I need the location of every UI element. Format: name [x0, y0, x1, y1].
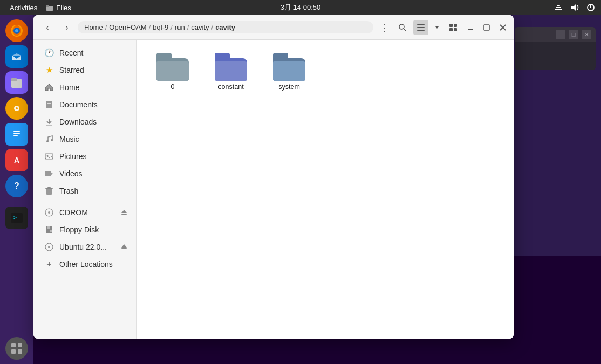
minimize-icon [467, 24, 474, 31]
sidebar-item-recent[interactable]: 🕐 Recent [36, 44, 134, 61]
svg-rect-30 [18, 349, 22, 354]
breadcrumb-home[interactable]: Home [84, 23, 103, 31]
dropdown-arrow-icon [434, 25, 440, 30]
svg-marker-54 [51, 172, 53, 175]
svg-marker-67 [121, 244, 127, 248]
main-content: 🕐 Recent ★ Starred Home Documents [33, 40, 514, 339]
sidebar-label-trash: Trash [59, 187, 78, 195]
svg-rect-40 [454, 28, 457, 31]
svg-rect-20 [13, 135, 18, 136]
sidebar: 🕐 Recent ★ Starred Home Documents [33, 40, 137, 339]
svg-rect-33 [417, 24, 425, 25]
ubuntu-eject-button[interactable] [118, 241, 130, 253]
svg-rect-64 [50, 230, 52, 232]
floppy-icon [44, 225, 54, 235]
sidebar-item-documents[interactable]: Documents [36, 96, 134, 113]
search-button[interactable] [395, 20, 410, 35]
grid-icon [9, 341, 24, 356]
maximize-icon [483, 24, 490, 31]
bg-maximize-button[interactable]: □ [569, 30, 578, 39]
writer-icon [9, 127, 24, 142]
appstore-taskbar-icon[interactable]: A [5, 149, 28, 171]
recent-icon: 🕐 [44, 48, 54, 58]
sidebar-item-trash[interactable]: Trash [36, 182, 134, 200]
home-icon [44, 83, 54, 92]
sidebar-item-music[interactable]: Music [36, 131, 134, 148]
sidebar-item-videos[interactable]: Videos [36, 165, 134, 182]
close-button[interactable] [496, 21, 509, 34]
back-button[interactable]: ‹ [40, 20, 55, 35]
rhythmbox-taskbar-icon[interactable] [5, 97, 28, 120]
sidebar-item-home[interactable]: Home [36, 79, 134, 96]
show-applications-icon[interactable] [5, 337, 28, 360]
grid-view-button[interactable] [446, 20, 461, 35]
view-buttons [413, 20, 461, 35]
svg-rect-63 [47, 226, 50, 229]
maximize-button[interactable] [480, 21, 493, 34]
taskbar-bottom [5, 337, 28, 364]
writer-taskbar-icon[interactable] [5, 123, 28, 146]
terminal-taskbar-icon[interactable]: >_ [5, 207, 28, 229]
sidebar-device-floppy[interactable]: Floppy Disk [36, 221, 134, 238]
svg-rect-51 [45, 154, 53, 159]
activities-button[interactable]: Activities [5, 3, 42, 13]
network-icon [554, 3, 563, 12]
eject-icon-2 [120, 243, 128, 251]
svg-rect-27 [11, 343, 16, 347]
help-taskbar-icon[interactable]: ? [5, 175, 28, 197]
svg-rect-19 [13, 133, 20, 134]
minimize-button[interactable] [464, 21, 477, 34]
svg-marker-36 [435, 26, 439, 29]
svg-point-66 [48, 246, 50, 248]
ubuntu-drive-icon [44, 242, 54, 252]
svg-rect-68 [121, 248, 127, 249]
close-icon [499, 24, 507, 31]
list-view-button[interactable] [413, 20, 428, 35]
view-dropdown-button[interactable] [429, 20, 445, 35]
file-item-system[interactable]: system [262, 49, 316, 95]
folder-icon-0 [156, 53, 189, 81]
forward-button[interactable]: › [59, 20, 74, 35]
topbar: Activities Files 3月 14 00:50 [0, 0, 601, 15]
sidebar-device-ubuntu[interactable]: Ubuntu 22.0... [36, 238, 134, 256]
breadcrumb-run[interactable]: run [175, 23, 185, 31]
svg-rect-35 [417, 30, 425, 31]
breadcrumb-openfoam[interactable]: OpenFOAM [109, 23, 146, 31]
svg-marker-60 [121, 210, 127, 213]
cdrom-eject-button[interactable] [118, 207, 130, 218]
window-controls: ‹ › [40, 20, 74, 35]
more-options-button[interactable]: ⋮ [377, 20, 392, 35]
grid-view-icon [449, 23, 457, 32]
svg-rect-4 [557, 5, 560, 6]
power-icon [586, 3, 596, 12]
files-label: Files [56, 4, 71, 12]
sidebar-item-starred[interactable]: ★ Starred [36, 61, 134, 79]
videos-icon [44, 169, 54, 178]
firefox-taskbar-icon[interactable] [5, 19, 28, 42]
svg-rect-39 [449, 28, 453, 31]
bg-minimize-button[interactable]: − [556, 30, 565, 39]
thunderbird-taskbar-icon[interactable] [5, 45, 28, 68]
svg-rect-53 [45, 171, 51, 176]
folder-icon-constant [215, 53, 247, 81]
sidebar-item-other-locations[interactable]: + Other Locations [36, 256, 134, 273]
sidebar-device-cdrom[interactable]: CDROM [36, 204, 134, 221]
help-icon: ? [9, 178, 24, 194]
sidebar-label-music: Music [59, 135, 79, 143]
file-item-constant[interactable]: constant [204, 49, 258, 95]
eject-icon [120, 209, 128, 216]
svg-text:?: ? [14, 181, 19, 190]
svg-rect-42 [484, 25, 489, 30]
sidebar-item-downloads[interactable]: Downloads [36, 113, 134, 131]
sidebar-item-pictures[interactable]: Pictures [36, 148, 134, 165]
bg-close-button[interactable]: ✕ [582, 30, 591, 39]
svg-rect-56 [45, 188, 53, 189]
svg-point-50 [51, 139, 53, 141]
file-item-0[interactable]: 0 [146, 49, 200, 95]
breadcrumb-cavity2[interactable]: cavity [215, 23, 235, 31]
svg-rect-1 [46, 5, 49, 7]
breadcrumb-bql9[interactable]: bql-9 [153, 23, 168, 31]
breadcrumb-cavity1[interactable]: cavity [191, 23, 209, 31]
breadcrumb-sep-2: / [149, 23, 151, 31]
files-taskbar-icon[interactable] [5, 71, 28, 94]
